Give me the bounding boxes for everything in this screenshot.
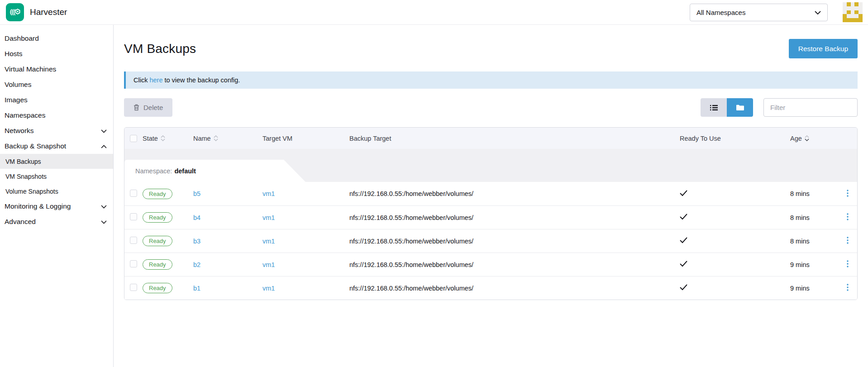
delete-button[interactable]: Delete [124,98,172,117]
avatar-pixel [851,14,855,18]
avatar-pixel [854,6,858,10]
namespace-select-value: All Namespaces [696,9,745,16]
avatar-pixel [858,14,863,18]
restore-backup-button[interactable]: Restore Backup [789,39,858,58]
row-checkbox[interactable] [130,237,137,244]
avatar-pixel [858,18,863,22]
avatar-pixel [854,2,858,6]
sidebar-item-backup-snapshot[interactable]: Backup & Snapshot [0,138,113,154]
top-bar: Harvester All Namespaces [0,0,868,25]
sidebar-item-advanced[interactable]: Advanced [0,214,113,229]
list-view-icon [710,105,718,111]
group-value: default [174,167,196,175]
grouped-view-button[interactable] [727,98,753,117]
table-row: Ready b4 vm1 nfs://192.168.0.55:/home/we… [124,205,857,229]
avatar-pixel [854,10,858,14]
ready-to-use-cell [675,237,786,245]
target-vm-link[interactable]: vm1 [262,285,275,292]
harvester-logo-icon[interactable] [6,3,24,21]
view-toggle [701,98,753,117]
ready-to-use-cell [675,190,786,198]
row-actions-button[interactable] [838,190,857,198]
column-header-label: Name [193,135,211,142]
table-row: Ready b1 vm1 nfs://192.168.0.55:/home/we… [124,276,857,300]
chevron-down-icon [101,218,107,226]
kebab-menu-icon [847,213,849,222]
target-vm-link[interactable]: vm1 [262,190,275,197]
sort-icon[interactable] [214,135,218,141]
avatar-pixel [847,6,851,10]
chevron-up-icon [101,142,107,150]
filter-input[interactable] [763,98,858,117]
age-cell: 9 mins [786,285,838,292]
group-label: Namespace: [135,167,172,175]
status-badge: Ready [143,259,172,270]
chevron-down-icon [101,202,107,210]
sidebar-item-vm-backups[interactable]: VM Backups [0,154,113,169]
namespace-group-band: Namespace: default [124,149,857,182]
row-actions-button[interactable] [838,260,857,269]
row-checkbox[interactable] [130,284,137,291]
avatar-pixel [851,18,855,22]
avatar-pixel [851,6,855,10]
target-vm-link[interactable]: vm1 [262,261,275,268]
sidebar-item-volumes[interactable]: Volumes [0,77,113,92]
sidebar-item-dashboard[interactable]: Dashboard [0,31,113,46]
target-vm-link[interactable]: vm1 [262,214,275,221]
page-title: VM Backups [124,42,196,56]
avatar-pixel [843,14,847,18]
column-header-state[interactable]: State [143,135,193,142]
banner-here-link[interactable]: here [149,76,162,84]
user-avatar[interactable] [843,2,863,22]
sidebar-item-label: Backup & Snapshot [5,142,101,150]
sidebar-subitem-label: Volume Snapshots [5,188,58,195]
column-header-name[interactable]: Name [193,135,262,142]
avatar-pixel [854,18,858,22]
avatar-pixel [854,14,858,18]
sidebar-item-virtual-machines[interactable]: Virtual Machines [0,62,113,77]
backup-target-cell: nfs://192.168.0.55:/home/webber/volumes/ [349,285,675,292]
column-header-target-vm: Target VM [262,135,349,142]
avatar-pixel [851,2,855,6]
sort-icon[interactable] [161,135,165,141]
kebab-menu-icon [847,260,849,269]
column-header-age[interactable]: Age [786,135,838,142]
checkmark-icon [680,261,687,268]
sidebar-item-volume-snapshots[interactable]: Volume Snapshots [0,184,113,199]
sidebar-item-hosts[interactable]: Hosts [0,46,113,62]
backup-name-link[interactable]: b3 [193,238,200,245]
sort-icon[interactable] [805,135,809,141]
backup-target-cell: nfs://192.168.0.55:/home/webber/volumes/ [349,261,675,268]
sidebar-item-images[interactable]: Images [0,92,113,108]
ready-to-use-cell [675,284,786,292]
avatar-pixel [843,6,847,10]
backup-target-cell: nfs://192.168.0.55:/home/webber/volumes/ [349,190,675,197]
row-actions-button[interactable] [838,237,857,245]
table-body: Ready b5 vm1 nfs://192.168.0.55:/home/we… [124,182,857,300]
avatar-pixel [843,10,847,14]
avatar-pixel [847,2,851,6]
row-checkbox[interactable] [130,260,137,267]
table-row: Ready b5 vm1 nfs://192.168.0.55:/home/we… [124,182,857,205]
kebab-menu-icon [847,237,849,245]
target-vm-link[interactable]: vm1 [262,238,275,245]
namespace-select[interactable]: All Namespaces [690,4,828,21]
sidebar-item-vm-snapshots[interactable]: VM Snapshots [0,169,113,184]
select-all-checkbox[interactable] [130,135,137,142]
kebab-menu-icon [847,190,849,198]
avatar-pixel [858,2,863,6]
sidebar-item-monitoring-logging[interactable]: Monitoring & Logging [0,199,113,214]
ready-to-use-cell [675,214,786,221]
row-actions-button[interactable] [838,284,857,292]
row-checkbox[interactable] [130,190,137,197]
sidebar-item-namespaces[interactable]: Namespaces [0,108,113,123]
backup-name-link[interactable]: b1 [193,285,200,292]
row-actions-button[interactable] [838,213,857,222]
sidebar-item-label: Virtual Machines [5,65,107,73]
row-checkbox[interactable] [130,213,137,220]
backup-name-link[interactable]: b5 [193,190,200,197]
list-view-button[interactable] [701,98,727,117]
backup-name-link[interactable]: b4 [193,214,200,221]
sidebar-item-networks[interactable]: Networks [0,123,113,138]
backup-name-link[interactable]: b2 [193,261,200,268]
